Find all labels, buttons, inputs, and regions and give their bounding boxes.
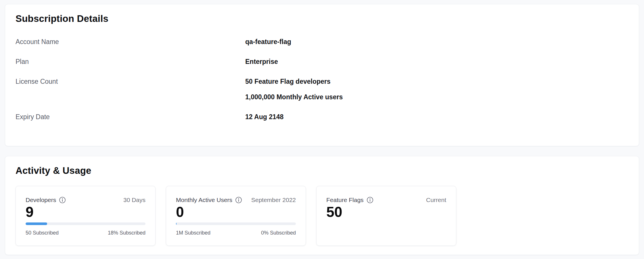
detail-row-account-name: Account Name qa-feature-flag [16,38,628,45]
account-name-value: qa-feature-flag [245,38,291,45]
metric-name-feature-flags: Feature Flags [326,197,364,203]
developers-subscribed-percent: 18% Subscribed [108,229,145,237]
developers-progress-fill [26,222,47,225]
metric-value-mau: 0 [176,206,296,218]
metric-footer: 50 Subscribed 18% Subscribed [26,229,145,237]
metric-card-feature-flags: Feature Flags Current 50 [316,186,456,246]
subscription-detail-rows: Account Name qa-feature-flag Plan Enterp… [16,38,628,121]
metric-period-feature-flags: Current [426,197,446,203]
info-icon[interactable] [59,197,66,203]
expiry-date-label: Expiry Date [16,113,245,121]
mau-progress-fill [176,222,177,225]
license-count-label: License Count [16,78,245,85]
mau-progress-bar [176,222,296,225]
metric-name-wrap: Developers [26,197,66,203]
plan-label: Plan [16,58,245,65]
metric-value-feature-flags: 50 [326,206,446,218]
metric-head: Monthly Active Users September 2022 [176,197,296,203]
expiry-date-value: 12 Aug 2148 [245,113,283,121]
metric-name-wrap: Feature Flags [326,197,373,203]
mau-subscribed-percent: 0% Subscribed [261,229,296,237]
metric-name-developers: Developers [26,197,56,203]
metric-footer: 1M Subscribed 0% Subscribed [176,229,296,237]
info-icon[interactable] [235,197,242,203]
license-count-mau: 1,000,000 Monthly Active users [245,94,343,101]
metric-period-developers: 30 Days [123,197,145,203]
detail-row-plan: Plan Enterprise [16,58,628,65]
metric-card-developers: Developers 30 Days 9 [16,186,156,246]
metric-head: Developers 30 Days [26,197,145,203]
metric-period-mau: September 2022 [251,197,296,203]
metric-name-mau: Monthly Active Users [176,197,232,203]
plan-value: Enterprise [245,58,278,65]
developers-subscribed-count: 50 Subscribed [26,229,59,237]
account-name-label: Account Name [16,38,245,45]
activity-usage-card: Activity & Usage Developers [5,156,639,255]
metrics-row: Developers 30 Days 9 [16,186,628,246]
mau-subscribed-count: 1M Subscribed [176,229,210,237]
detail-row-expiry-date: Expiry Date 12 Aug 2148 [16,113,628,121]
metric-name-wrap: Monthly Active Users [176,197,242,203]
subscription-page: Subscription Details Account Name qa-fea… [0,4,644,255]
license-count-developers: 50 Feature Flag developers [245,78,343,85]
info-icon[interactable] [367,197,373,203]
metric-head: Feature Flags Current [326,197,446,203]
license-count-values: 50 Feature Flag developers 1,000,000 Mon… [245,78,343,101]
activity-usage-title: Activity & Usage [16,165,628,176]
metric-card-monthly-active-users: Monthly Active Users September 2022 0 [166,186,306,246]
detail-row-license-count: License Count 50 Feature Flag developers… [16,78,628,101]
subscription-details-title: Subscription Details [16,13,628,24]
metric-value-developers: 9 [26,206,145,218]
subscription-details-card: Subscription Details Account Name qa-fea… [5,4,639,146]
developers-progress-bar [26,222,145,225]
